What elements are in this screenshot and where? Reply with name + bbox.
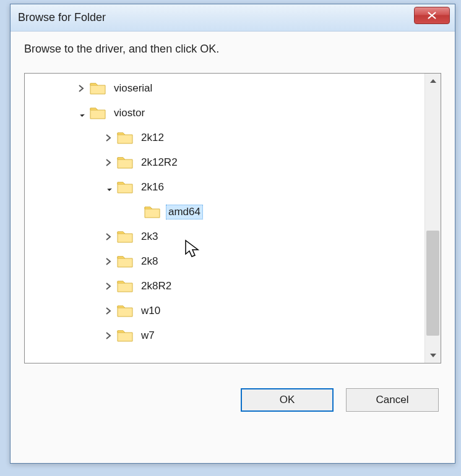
- tree-item[interactable]: 2k12: [25, 125, 424, 150]
- chevron-right-icon[interactable]: [101, 230, 115, 244]
- folder-icon: [116, 229, 134, 244]
- tree-item-label: 2k12R2: [139, 155, 180, 170]
- scrollbar-thumb[interactable]: [426, 231, 439, 336]
- folder-tree-container: vioserialviostor2k122k12R22k16amd642k32k…: [24, 73, 441, 363]
- folder-tree[interactable]: vioserialviostor2k122k12R22k16amd642k32k…: [25, 74, 424, 363]
- tree-item-label: amd64: [166, 205, 203, 219]
- folder-icon: [89, 81, 106, 96]
- titlebar[interactable]: Browse for Folder: [11, 4, 455, 32]
- cancel-button-label: Cancel: [376, 394, 409, 406]
- tree-item-label: viostor: [111, 106, 147, 121]
- prompt-text: Browse to the driver, and then click OK.: [24, 43, 441, 56]
- tree-item-label: vioserial: [111, 81, 155, 96]
- ok-button-label: OK: [280, 394, 295, 406]
- scrollbar[interactable]: [424, 74, 441, 363]
- chevron-down-icon[interactable]: [101, 181, 115, 194]
- tree-item[interactable]: w7: [25, 323, 424, 348]
- tree-item[interactable]: w10: [25, 299, 424, 323]
- folder-icon: [89, 106, 106, 121]
- chevron-right-icon[interactable]: [101, 156, 115, 169]
- dialog-buttons: OK Cancel: [24, 388, 441, 412]
- chevron-right-icon[interactable]: [101, 131, 115, 145]
- folder-icon: [116, 279, 134, 294]
- tree-item[interactable]: amd64: [25, 200, 424, 224]
- chevron-right-icon[interactable]: [101, 304, 115, 318]
- tree-item[interactable]: 2k3: [25, 224, 424, 249]
- scroll-down-arrow-icon[interactable]: [425, 348, 441, 363]
- folder-icon: [116, 254, 134, 269]
- tree-item-label: 2k12: [139, 130, 166, 145]
- chevron-right-icon[interactable]: [101, 255, 115, 268]
- tree-item-label: 2k3: [139, 229, 160, 244]
- browse-for-folder-dialog: Browse for Folder Browse to the driver, …: [10, 4, 455, 464]
- tree-item[interactable]: vioserial: [25, 76, 424, 101]
- close-button[interactable]: [414, 7, 450, 24]
- scroll-up-arrow-icon[interactable]: [425, 74, 441, 88]
- scrollbar-track[interactable]: [425, 88, 441, 348]
- tree-item[interactable]: 2k16: [25, 175, 424, 200]
- chevron-right-icon[interactable]: [101, 329, 115, 342]
- chevron-right-icon[interactable]: [101, 279, 115, 293]
- folder-icon: [144, 205, 161, 219]
- tree-item-label: 2k8: [139, 254, 160, 269]
- folder-icon: [116, 328, 134, 343]
- window-title: Browse for Folder: [18, 11, 106, 24]
- tree-item[interactable]: viostor: [25, 101, 424, 125]
- dialog-content: Browse to the driver, and then click OK.…: [11, 32, 455, 463]
- ok-button[interactable]: OK: [241, 388, 334, 412]
- close-icon: [426, 11, 437, 20]
- tree-item-label: 2k8R2: [139, 279, 174, 294]
- tree-item-label: w7: [139, 328, 157, 343]
- folder-icon: [116, 155, 134, 170]
- chevron-right-icon[interactable]: [74, 82, 88, 95]
- tree-item-label: 2k16: [139, 180, 166, 195]
- tree-item[interactable]: 2k8R2: [25, 274, 424, 299]
- chevron-down-icon[interactable]: [74, 106, 88, 120]
- tree-item[interactable]: 2k12R2: [25, 150, 424, 175]
- folder-icon: [116, 180, 134, 195]
- cancel-button[interactable]: Cancel: [346, 388, 439, 412]
- tree-item-label: w10: [139, 304, 163, 318]
- folder-icon: [116, 304, 134, 318]
- tree-item[interactable]: 2k8: [25, 249, 424, 274]
- folder-icon: [116, 130, 134, 145]
